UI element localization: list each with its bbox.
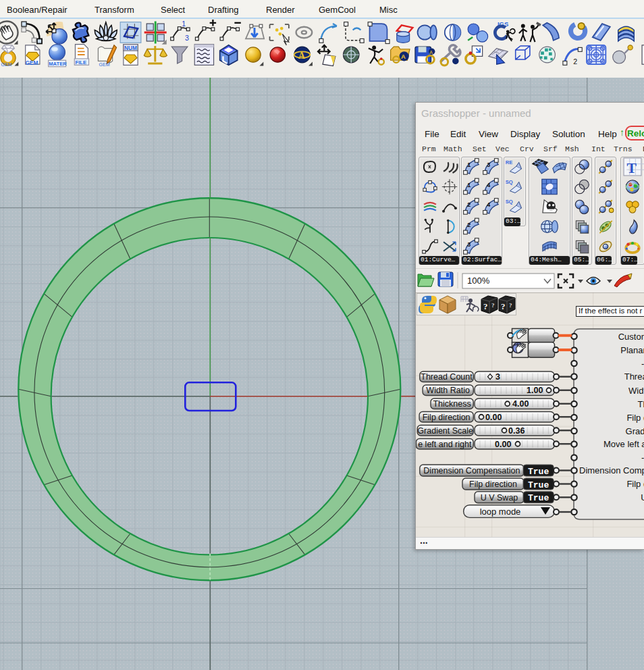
svg-text:Gradie: Gradie (626, 426, 644, 436)
svg-text:Th: Th (638, 399, 644, 409)
svg-text:0.00: 0.00 (485, 413, 502, 422)
svg-text:Widt: Widt (628, 386, 644, 396)
svg-text:Thread: Thread (624, 371, 644, 382)
svg-text:e left and right: e left and right (418, 440, 472, 449)
svg-text:GEM: GEM (1, 62, 11, 68)
svg-text:Width Ratio: Width Ratio (426, 386, 470, 395)
svg-text:Gradient Scale: Gradient Scale (417, 426, 473, 436)
svg-text:-: - (641, 453, 644, 463)
svg-text:True: True (528, 467, 549, 477)
svg-text:GEM: GEM (99, 62, 110, 68)
svg-text:0.00: 0.00 (495, 440, 511, 449)
svg-text:GEM: GEM (26, 60, 38, 66)
svg-text:A: A (401, 53, 406, 60)
svg-text:4.00: 4.00 (512, 399, 529, 409)
svg-text:U: U (641, 492, 644, 502)
svg-text:Filp d: Filp d (626, 413, 644, 423)
svg-text:Filp direction: Filp direction (469, 480, 517, 489)
svg-text:Dimension Compensation: Dimension Compensation (423, 466, 520, 475)
svg-text:A: A (298, 50, 306, 61)
svg-text:NUM: NUM (124, 45, 137, 51)
svg-text:Planar: Planar (620, 345, 644, 355)
svg-text:Thread Count: Thread Count (421, 372, 473, 382)
svg-text:0.36: 0.36 (508, 426, 525, 436)
svg-text:Custom: Custom (618, 332, 644, 342)
svg-text:FILE: FILE (75, 59, 86, 66)
svg-text:3: 3 (495, 372, 500, 382)
svg-text:loop mode: loop mode (480, 507, 521, 517)
svg-text:Thickness: Thickness (433, 399, 471, 409)
svg-text:1.00: 1.00 (527, 386, 543, 395)
svg-text:True: True (528, 480, 549, 490)
svg-text:1: 1 (182, 20, 186, 28)
svg-text:3: 3 (185, 34, 189, 42)
svg-text:Filp direction: Filp direction (423, 413, 471, 422)
svg-text:Move left ar: Move left ar (603, 439, 644, 449)
svg-text:-: - (641, 359, 644, 369)
svg-text:MATER: MATER (49, 61, 67, 67)
svg-text:True: True (528, 493, 549, 503)
svg-text:2: 2 (573, 57, 577, 66)
svg-text:U V Swap: U V Swap (481, 493, 518, 502)
svg-text:Dimension Compe: Dimension Compe (579, 465, 644, 475)
svg-text:A: A (429, 50, 433, 55)
svg-text:Filp d: Filp d (626, 479, 644, 489)
